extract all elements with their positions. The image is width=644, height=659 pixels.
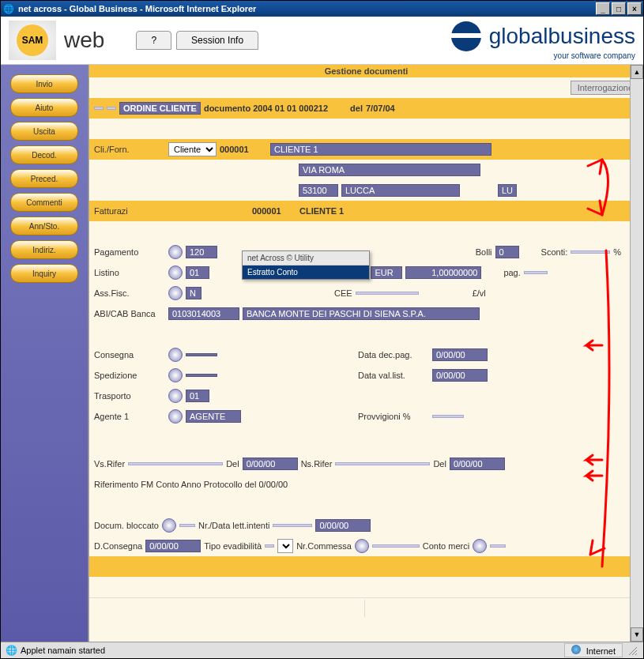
sidebar-item-invio[interactable]: Invio bbox=[10, 74, 78, 93]
cli-forn-dropdown[interactable]: Cliente bbox=[168, 142, 217, 156]
agente-field[interactable]: AGENTE bbox=[186, 410, 241, 423]
context-menu-item-estratto[interactable]: Estratto Conto bbox=[243, 265, 369, 279]
docbloc-lookup-icon[interactable] bbox=[162, 518, 176, 533]
consegna-lookup-icon[interactable] bbox=[168, 348, 183, 362]
vsrifer-field[interactable] bbox=[128, 462, 223, 465]
close-button[interactable]: × bbox=[627, 2, 642, 15]
nsrifer-field[interactable] bbox=[335, 462, 430, 465]
nrcom-lookup-icon[interactable] bbox=[355, 539, 369, 553]
spedizione-label: Spedizione bbox=[94, 371, 165, 380]
nsdate-field[interactable]: 0/00/00 bbox=[450, 458, 505, 470]
pagamento-field[interactable]: 120 bbox=[186, 246, 217, 258]
spedizione-field[interactable] bbox=[186, 374, 217, 377]
cee-label: CEE bbox=[334, 288, 352, 298]
nrdata-field[interactable] bbox=[273, 524, 312, 527]
bank-field[interactable]: BANCA MONTE DEI PASCHI DI SIENA S.P.A. bbox=[243, 307, 480, 320]
nrdata-date-field[interactable]: 0/00/00 bbox=[315, 519, 371, 532]
vertical-scrollbar[interactable]: ▲ ▼ bbox=[630, 65, 643, 642]
pag-field[interactable] bbox=[524, 271, 548, 274]
riferimento-fm-line: Riferimento FM Conto Anno Protocollo del… bbox=[94, 480, 288, 489]
listino-field[interactable]: 01 bbox=[186, 266, 209, 279]
agente-lookup-icon[interactable] bbox=[168, 409, 183, 424]
consegna-label: Consegna bbox=[94, 350, 165, 360]
listino-label: Listino bbox=[94, 268, 165, 277]
session-info-button[interactable]: Session Info bbox=[176, 31, 258, 50]
sidebar-item-decod[interactable]: Decod. bbox=[10, 145, 78, 164]
app-icon: 🌐 bbox=[2, 2, 15, 15]
dataval-label: Data val.list. bbox=[358, 371, 429, 380]
sidebar-item-aiuto[interactable]: Aiuto bbox=[10, 98, 78, 117]
resize-grip[interactable] bbox=[626, 644, 638, 657]
statusbar: 🌐 Applet namain started Internet bbox=[1, 642, 643, 658]
maximize-button[interactable]: □ bbox=[612, 2, 626, 15]
web-label: web bbox=[64, 28, 104, 53]
tipoev-label: Tipo evadibilità bbox=[204, 541, 262, 551]
bolli-label: Bolli bbox=[476, 247, 492, 257]
help-button[interactable]: ? bbox=[136, 31, 171, 50]
sidebar: Invio Aiuto Uscita Decod. Preced. Commen… bbox=[1, 65, 89, 642]
context-menu: net Across © Utility Estratto Conto bbox=[242, 250, 370, 280]
page-title: Gestione documenti bbox=[89, 65, 643, 77]
sidebar-item-annsto[interactable]: Ann/Sto. bbox=[10, 217, 78, 235]
trasporto-field[interactable]: 01 bbox=[186, 390, 209, 402]
sconti-label: Sconti: bbox=[541, 247, 568, 257]
sidebar-item-indiriz[interactable]: Indiriz. bbox=[10, 240, 78, 259]
bolli-field[interactable]: 0 bbox=[495, 246, 519, 258]
lvl-label: £/vl bbox=[473, 288, 486, 298]
svg-line-2 bbox=[635, 653, 637, 655]
contomerci-lookup-icon[interactable] bbox=[473, 539, 487, 553]
titlebar: 🌐 net across - Global Business - Microso… bbox=[1, 1, 643, 17]
valuta-field[interactable]: EUR bbox=[371, 266, 402, 279]
cambio-field[interactable]: 1,00000000 bbox=[405, 266, 481, 279]
sconti-field[interactable] bbox=[571, 250, 610, 254]
cli-address-field[interactable]: VIA ROMA bbox=[299, 164, 480, 176]
header: SAM web ? Session Info globalbusiness yo… bbox=[1, 17, 643, 65]
listino-lookup-icon[interactable] bbox=[168, 265, 183, 280]
cee-field[interactable] bbox=[356, 292, 419, 295]
tipoev-field[interactable] bbox=[265, 544, 274, 548]
fatt-code: 000001 bbox=[252, 206, 296, 216]
cli-prov-field[interactable]: LU bbox=[498, 184, 517, 197]
assfisc-lookup-icon[interactable] bbox=[168, 286, 183, 300]
cli-name-field[interactable]: CLIENTE 1 bbox=[270, 143, 491, 156]
contomerci-field[interactable] bbox=[490, 544, 506, 548]
docbloc-label: Docum. bloccato bbox=[94, 521, 159, 530]
cli-forn-label: Cli./Forn. bbox=[94, 145, 165, 154]
nrcom-field[interactable] bbox=[372, 544, 420, 548]
dataval-field[interactable]: 0/00/00 bbox=[432, 369, 488, 382]
datadec-label: Data dec.pag. bbox=[358, 350, 429, 360]
consegna-field[interactable] bbox=[186, 353, 217, 356]
assfisc-field[interactable]: N bbox=[186, 287, 201, 299]
pagamento-lookup-icon[interactable] bbox=[168, 245, 183, 259]
cli-city-field[interactable]: LUCCA bbox=[341, 184, 460, 197]
assfisc-label: Ass.Fisc. bbox=[94, 288, 165, 298]
nsrifer-label: Ns.Rifer bbox=[301, 459, 333, 469]
trasporto-lookup-icon[interactable] bbox=[168, 389, 183, 403]
dconsegna-field[interactable]: 0/00/00 bbox=[145, 540, 201, 552]
scroll-down-button[interactable]: ▼ bbox=[631, 627, 643, 642]
minimize-button[interactable]: _ bbox=[596, 2, 610, 15]
context-menu-title: net Across © Utility bbox=[243, 251, 369, 265]
pagamento-label: Pagamento bbox=[94, 247, 165, 257]
tipoev-dropdown[interactable] bbox=[277, 539, 293, 553]
globalbusiness-logo: globalbusiness your software company bbox=[451, 21, 635, 60]
scroll-up-button[interactable]: ▲ bbox=[631, 65, 643, 79]
vsdate-field[interactable]: 0/00/00 bbox=[243, 458, 298, 470]
spedizione-lookup-icon[interactable] bbox=[168, 368, 183, 382]
status-text: Applet namain started bbox=[21, 646, 105, 655]
provv-field[interactable] bbox=[432, 415, 464, 418]
zone-label: Internet bbox=[586, 646, 616, 656]
cli-zip-field[interactable]: 53100 bbox=[299, 184, 338, 197]
sidebar-item-commenti[interactable]: Commenti bbox=[10, 193, 78, 212]
docbloc-field[interactable] bbox=[179, 524, 195, 527]
ns-del-label: Del bbox=[433, 459, 446, 469]
window-title: net across - Global Business - Microsoft… bbox=[18, 4, 256, 13]
abi-field[interactable]: 0103014003 bbox=[168, 307, 239, 320]
fatt-label: Fatturazi bbox=[94, 206, 138, 216]
sidebar-item-preced[interactable]: Preced. bbox=[10, 169, 78, 188]
abi-label: ABI/CAB Banca bbox=[94, 309, 165, 318]
sidebar-item-uscita[interactable]: Uscita bbox=[10, 122, 78, 141]
sidebar-item-inquiry[interactable]: Inquiry bbox=[10, 264, 78, 283]
datadec-field[interactable]: 0/00/00 bbox=[432, 348, 488, 361]
globe-sphere-icon bbox=[451, 21, 481, 51]
